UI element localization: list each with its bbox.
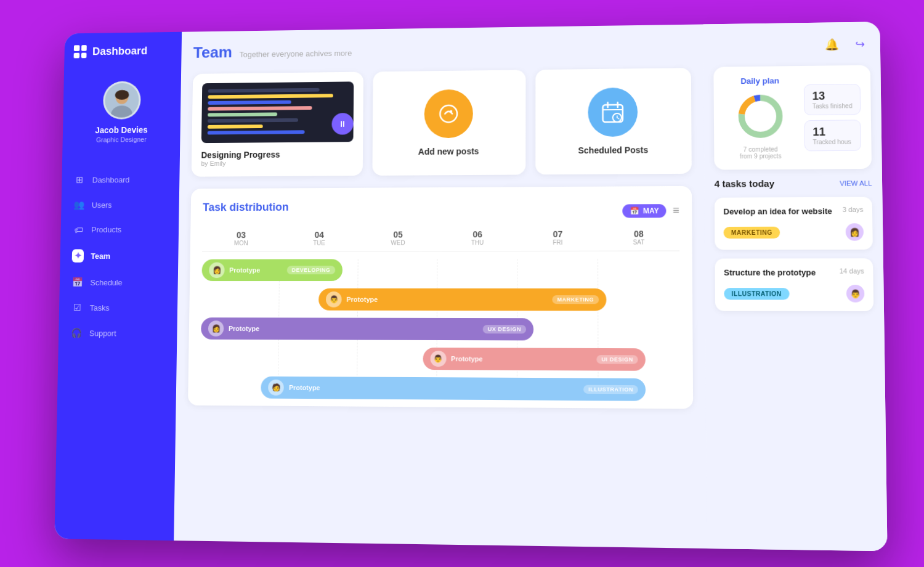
gantt-col-wed: 05 WED (359, 230, 438, 247)
gantt-title: Task distribution (203, 200, 289, 215)
sidebar-item-schedule[interactable]: 📅 Schedule (60, 269, 179, 295)
sidebar-nav: ⊞ Dashboard 👥 Users 🏷 Products ✦ Team 📅 … (54, 161, 180, 541)
task-card-1: Develop an idea for website 3 days MARKE… (715, 197, 873, 250)
sidebar-item-tasks[interactable]: ☑ Tasks (59, 295, 178, 320)
sidebar-item-products[interactable]: 🏷 Products (60, 217, 179, 242)
sidebar-item-label: Products (91, 225, 121, 234)
gantt-row-5: 🧑 Prototype ILLUSTRATION (200, 377, 681, 402)
bar-avatar: 👩 (208, 321, 224, 337)
add-posts-card[interactable]: Add new posts (372, 70, 525, 176)
tasks-finished-label: Tasks finished (813, 102, 853, 110)
sidebar-item-label: Team (91, 251, 110, 261)
main-body: Team Together everyone achives more (174, 22, 887, 551)
bar-avatar: 👨 (430, 351, 446, 367)
profile-name: Jacob Devies (95, 125, 148, 135)
task-1-title: Develop an idea for website (723, 206, 837, 218)
design-thumbnail (201, 81, 354, 143)
support-icon: 🎧 (70, 327, 82, 338)
products-icon: 🏷 (73, 224, 84, 235)
daily-plan-right: 13 Tasks finished 11 Tracked hous (804, 75, 861, 160)
bar-avatar: 👨 (326, 292, 342, 308)
task-card-2: Structure the prototype 14 days ILLUSTRA… (715, 258, 874, 311)
add-posts-icon (424, 89, 473, 138)
center-panel: Team Together everyone achives more (174, 24, 707, 549)
daily-plan-title: Daily plan (740, 76, 779, 86)
task-1-tag: MARKETING (724, 226, 780, 238)
task-card-1-header: Develop an idea for website 3 days (723, 206, 863, 218)
gantt-bar-uidesign: 👨 Prototype UI DESIGN (423, 348, 646, 371)
task-1-days: 3 days (843, 206, 864, 213)
gantt-header: Task distribution 📅 MAY ≡ (203, 198, 679, 224)
daily-plan-desc: 7 completed from 9 projects (740, 146, 782, 160)
sidebar-item-support[interactable]: 🎧 Support (59, 320, 177, 346)
tasks-icon: ☑ (71, 302, 83, 313)
calendar-icon: 📅 (630, 206, 639, 215)
sidebar-item-users[interactable]: 👥 Users (61, 192, 179, 218)
month-label: MAY (643, 206, 659, 215)
sidebar-item-label: Support (89, 328, 116, 338)
notifications-button[interactable]: 🔔 (822, 35, 842, 54)
task-2-footer: ILLUSTRATION 👨 (724, 285, 864, 303)
sidebar-item-label: Users (92, 200, 112, 210)
top-cards: ⏸ Designing Progress by Emily (192, 68, 692, 177)
daily-plan-card: Daily plan (713, 65, 872, 170)
menu-icon[interactable]: ≡ (673, 204, 679, 217)
gantt-bar-uxdesign: 👩 Prototype UX DESIGN (201, 318, 533, 341)
logout-button[interactable]: ↪ (849, 35, 870, 54)
bar-avatar: 🧑 (268, 380, 284, 396)
main-content: Team Together everyone achives more (174, 22, 887, 551)
svg-point-5 (440, 105, 457, 123)
gantt-bar-illustration: 🧑 Prototype ILLUSTRATION (261, 377, 646, 401)
gantt-col-sat: 08 SAT (598, 229, 679, 246)
gantt-bars-container: 👩 Prototype DEVELOPING 👨 Prototype MARKE… (200, 259, 681, 396)
tracked-hours-label: Tracked hous (813, 138, 853, 145)
task-card-2-header: Structure the prototype 14 days (724, 267, 864, 279)
schedule-icon: 📅 (71, 277, 83, 288)
gantt-row-4: 👨 Prototype UI DESIGN (200, 347, 680, 371)
right-top-icons: 🔔 ↪ (713, 35, 870, 56)
task-2-days: 14 days (840, 267, 864, 275)
profile-role: Graphic Designer (96, 136, 147, 143)
users-icon: 👥 (73, 200, 84, 211)
page-subtitle: Together everyone achives more (239, 49, 352, 59)
right-panel: 🔔 ↪ Daily plan (703, 22, 888, 551)
sidebar-item-label: Dashboard (92, 175, 130, 184)
tracked-hours-num: 11 (813, 125, 853, 139)
gantt-col-thu: 06 THU (437, 229, 517, 246)
tasks-today-title: 4 tasks today (715, 178, 775, 189)
design-progress-card: ⏸ Designing Progress by Emily (192, 72, 363, 177)
gantt-row-3: 👩 Prototype UX DESIGN (201, 318, 680, 341)
scheduled-posts-card[interactable]: Scheduled Posts (535, 68, 692, 174)
design-progress-by: by Emily (201, 159, 352, 167)
avatar (103, 81, 141, 120)
app-title: Dashboard (92, 44, 148, 57)
may-badge[interactable]: 📅 MAY (622, 204, 667, 218)
task-1-footer: MARKETING 👩 (723, 223, 864, 241)
scheduled-posts-icon (588, 88, 638, 137)
task-2-avatar: 👨 (846, 285, 865, 303)
donut-chart (735, 91, 786, 141)
gantt-col-mon: 03 MON (202, 230, 280, 247)
sidebar-item-team[interactable]: ✦ Team (60, 242, 178, 269)
design-progress-title: Designing Progress (201, 149, 352, 160)
sidebar-item-label: Tasks (90, 303, 110, 312)
task-2-tag: ILLUSTRATION (724, 288, 789, 300)
add-posts-label: Add new posts (418, 146, 479, 157)
sidebar-header: Dashboard (64, 32, 182, 70)
daily-plan-left: Daily plan (724, 76, 797, 160)
gantt-col-fri: 07 FRI (517, 229, 598, 246)
page-header: Team Together everyone achives more (193, 37, 691, 62)
view-all-button[interactable]: VIEW ALL (840, 179, 872, 187)
tasks-today-header: 4 tasks today VIEW ALL (715, 177, 872, 189)
app-container: Dashboard Jacob Devies Graphic Designer … (54, 22, 887, 551)
team-icon: ✦ (72, 249, 84, 262)
sidebar-item-dashboard[interactable]: ⊞ Dashboard (62, 166, 180, 192)
scheduled-posts-label: Scheduled Posts (578, 145, 648, 155)
task-2-title: Structure the prototype (724, 267, 834, 279)
gantt-columns: 03 MON 04 TUE 05 WED 06 (202, 229, 679, 253)
sidebar-item-label: Schedule (90, 278, 122, 287)
thumbnail-lines (201, 81, 354, 143)
task-1-avatar: 👩 (846, 223, 864, 241)
gantt-bar-marketing: 👨 Prototype MARKETING (318, 288, 606, 311)
sidebar-profile: Jacob Devies Graphic Designer (62, 68, 181, 161)
